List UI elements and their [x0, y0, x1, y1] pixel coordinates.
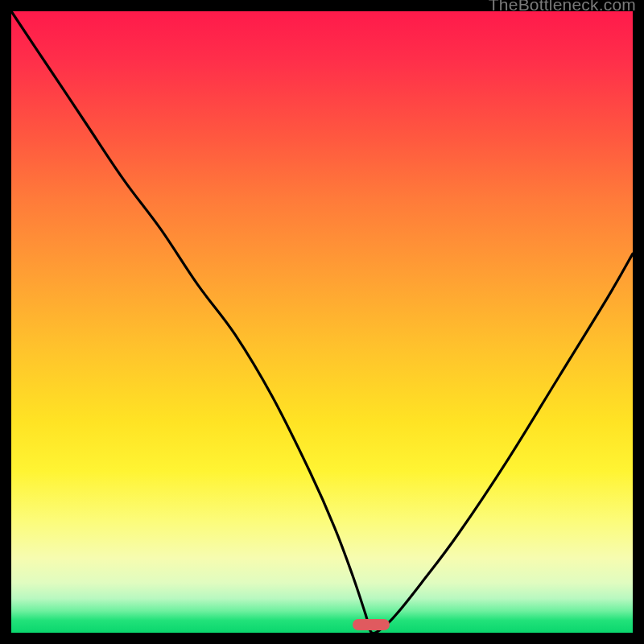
optimum-marker: [353, 619, 390, 630]
curve-path: [11, 11, 633, 634]
chart-frame: [11, 11, 633, 633]
bottleneck-curve: [11, 11, 633, 633]
watermark-text: TheBottleneck.com: [489, 0, 636, 14]
